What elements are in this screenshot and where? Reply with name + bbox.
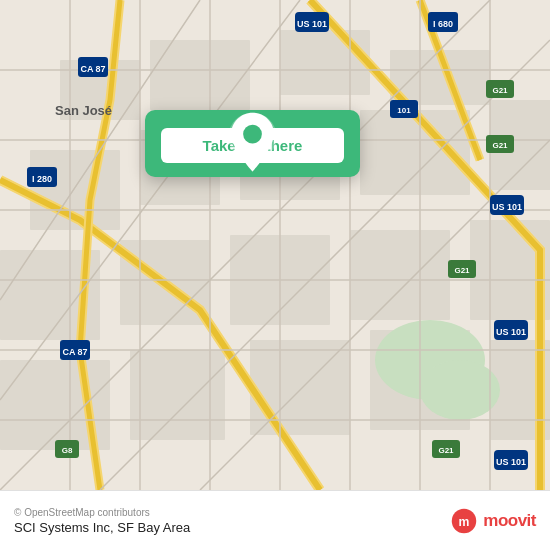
- app-container: US 101 US 101 US 101 US 101 I 680 I 280 …: [0, 0, 550, 550]
- svg-point-22: [420, 360, 500, 420]
- moovit-logo: m moovit: [450, 507, 536, 535]
- svg-rect-4: [280, 30, 370, 95]
- svg-text:US 101: US 101: [297, 19, 327, 29]
- svg-text:US 101: US 101: [496, 327, 526, 337]
- location-text: SCI Systems Inc, SF Bay Area: [14, 520, 190, 535]
- moovit-icon: m: [450, 507, 478, 535]
- svg-rect-3: [150, 40, 250, 110]
- svg-point-71: [243, 125, 262, 144]
- copyright-text: © OpenStreetMap contributors: [14, 507, 190, 518]
- svg-rect-14: [350, 230, 450, 320]
- svg-text:G21: G21: [492, 141, 508, 150]
- svg-text:G21: G21: [454, 266, 470, 275]
- moovit-label: moovit: [483, 511, 536, 531]
- map-view: US 101 US 101 US 101 US 101 I 680 I 280 …: [0, 0, 550, 490]
- svg-text:CA 87: CA 87: [80, 64, 105, 74]
- svg-text:101: 101: [397, 106, 411, 115]
- svg-text:m: m: [459, 515, 470, 529]
- popup-card: Take me there: [145, 110, 360, 177]
- svg-text:G8: G8: [62, 446, 73, 455]
- svg-text:CA 87: CA 87: [62, 347, 87, 357]
- svg-text:I 680: I 680: [433, 19, 453, 29]
- svg-text:G21: G21: [492, 86, 508, 95]
- svg-text:US 101: US 101: [496, 457, 526, 467]
- location-pin-icon: [145, 110, 360, 177]
- svg-text:US 101: US 101: [492, 202, 522, 212]
- svg-text:San José: San José: [55, 103, 112, 118]
- bottom-left-info: © OpenStreetMap contributors SCI Systems…: [14, 507, 190, 535]
- svg-text:G21: G21: [438, 446, 454, 455]
- bottom-bar: © OpenStreetMap contributors SCI Systems…: [0, 490, 550, 550]
- svg-text:I 280: I 280: [32, 174, 52, 184]
